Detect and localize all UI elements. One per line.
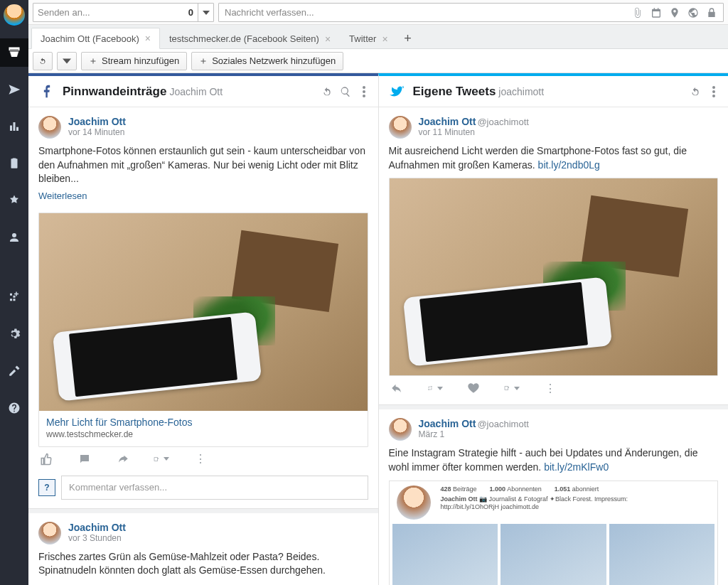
board-tabs: Joachim Ott (Facebook)× testschmecker.de…: [28, 25, 728, 49]
like-icon[interactable]: [38, 451, 54, 467]
add-stream-button[interactable]: Stream hinzufügen: [81, 52, 187, 70]
contacts-icon[interactable]: [0, 223, 28, 252]
lock-icon[interactable]: [706, 7, 717, 18]
help-icon[interactable]: [0, 394, 28, 422]
tweet-time: März 1: [419, 429, 529, 439]
read-more-link[interactable]: Weiterlesen: [38, 190, 87, 201]
comment-icon[interactable]: [77, 451, 92, 467]
stream-body-facebook: Joachim Ott vor 14 Minuten Smartphone-Fo…: [28, 107, 378, 585]
author-name[interactable]: Joachim Ott: [68, 116, 126, 127]
author-handle[interactable]: @joachimott: [477, 419, 528, 429]
tweet-image[interactable]: [389, 178, 719, 376]
tweet-link[interactable]: bit.ly/2ndb0Lg: [538, 159, 600, 171]
post-more-icon[interactable]: ⋮: [192, 451, 208, 467]
add-tab-button[interactable]: +: [397, 28, 419, 49]
compose-message-input[interactable]: Nachricht verfassen...: [218, 3, 724, 22]
preview-title: Mehr Licht für Smartphone-Fotos: [39, 411, 368, 429]
stream-twitter: Eigene Tweetsjoachimott Joachim Ott@joac…: [378, 73, 729, 585]
send-to-count: 0: [188, 7, 193, 18]
svg-rect-7: [505, 387, 508, 390]
like-icon[interactable]: [466, 380, 481, 396]
stream-title: PinnwandeinträgeJoachim Ott: [63, 85, 223, 99]
privacy-icon[interactable]: [687, 7, 699, 18]
add-network-button[interactable]: Soziales Netzwerk hinzufügen: [191, 52, 343, 70]
schedule-icon[interactable]: [651, 7, 662, 18]
send-to-picker[interactable]: Senden an... 0: [33, 3, 214, 22]
stream-facebook: PinnwandeinträgeJoachim Ott Joachim Ott: [28, 73, 378, 585]
svg-point-1: [363, 90, 365, 93]
comment-input[interactable]: [61, 476, 368, 500]
facebook-icon: [38, 83, 55, 100]
tweet-time: vor 11 Minuten: [419, 127, 529, 137]
share-icon[interactable]: [115, 451, 131, 467]
board-menu-button[interactable]: [57, 52, 77, 70]
ig-thumb: [392, 524, 498, 585]
assignments-icon[interactable]: [0, 149, 28, 178]
tab-facebook-page[interactable]: testschmecker.de (Facebook Seiten)×: [160, 28, 340, 49]
author-avatar[interactable]: [389, 418, 412, 441]
author-avatar[interactable]: [389, 116, 412, 139]
streams-tab-icon[interactable]: [0, 38, 28, 67]
send-to-icon[interactable]: [154, 451, 169, 467]
search-icon[interactable]: [340, 86, 351, 97]
author-name[interactable]: Joachim Ott: [68, 522, 126, 533]
author-name[interactable]: Joachim Ott: [419, 418, 476, 429]
tweet-actions: ⋮: [389, 376, 719, 399]
attach-icon[interactable]: [632, 7, 643, 18]
location-icon[interactable]: [669, 7, 680, 18]
compose-placeholder: Nachricht verfassen...: [225, 7, 632, 18]
settings-icon[interactable]: [0, 320, 28, 348]
author-avatar[interactable]: [38, 522, 61, 544]
board-toolbar: Stream hinzufügen Soziales Netzwerk hinz…: [28, 49, 728, 73]
refresh-button[interactable]: [33, 52, 53, 70]
tweet: Joachim Ott@joachimott März 1 Eine Insta…: [379, 409, 729, 585]
comment-composer: ?: [28, 476, 378, 508]
retweet-icon[interactable]: [427, 380, 443, 396]
reply-icon[interactable]: [389, 380, 405, 396]
instagram-preview[interactable]: 428 Beiträge 1.000 Abonnenten 1.051 abon…: [389, 481, 719, 585]
publisher-icon[interactable]: [0, 75, 28, 104]
tweet-link[interactable]: bit.ly/2mKlFw0: [544, 461, 609, 473]
refresh-icon[interactable]: [690, 86, 701, 97]
streams-container: PinnwandeinträgeJoachim Ott Joachim Ott: [28, 73, 728, 585]
commenter-avatar: ?: [38, 479, 55, 496]
send-to-icon[interactable]: [504, 380, 520, 396]
link-preview-card[interactable]: Mehr Licht für Smartphone-Fotos www.test…: [38, 213, 368, 447]
refresh-icon[interactable]: [321, 86, 333, 97]
preview-domain: www.testschmecker.de: [39, 429, 368, 446]
svg-point-0: [363, 86, 365, 89]
stream-title: Eigene Tweetsjoachimott: [413, 85, 545, 99]
post-actions: ⋮: [38, 447, 368, 470]
svg-point-6: [712, 95, 715, 97]
tab-facebook-profile[interactable]: Joachim Ott (Facebook)×: [31, 28, 160, 49]
analytics-icon[interactable]: [0, 112, 28, 141]
send-to-placeholder: Senden an...: [38, 7, 188, 18]
svg-rect-3: [154, 457, 158, 461]
close-icon[interactable]: ×: [145, 33, 151, 44]
ig-avatar: [397, 485, 431, 520]
stream-header-facebook: PinnwandeinträgeJoachim Ott: [28, 76, 378, 107]
post-text: Frisches zartes Grün als Gemüse-Mahlzeit…: [38, 550, 368, 578]
close-icon[interactable]: ×: [325, 33, 331, 45]
more-icon[interactable]: [708, 86, 719, 97]
more-icon[interactable]: [358, 86, 370, 97]
tweet-text: Eine Instagram Strategie hilft - auch be…: [389, 446, 719, 474]
ig-thumb: [500, 524, 606, 585]
post-time: vor 3 Stunden: [68, 533, 126, 543]
nav-rail: [0, 0, 28, 585]
svg-point-2: [363, 95, 365, 97]
chevron-down-icon[interactable]: [198, 4, 213, 21]
tweet-text: Mit ausreichend Licht werden die Smartph…: [389, 144, 719, 172]
post-text: Smartphone-Fotos können erstaunlich gut …: [38, 144, 368, 186]
main-area: Senden an... 0 Nachricht verfassen... Jo…: [28, 0, 728, 585]
author-avatar[interactable]: [38, 116, 61, 139]
profile-avatar[interactable]: [4, 4, 25, 26]
tools-icon[interactable]: [0, 357, 28, 385]
apps-icon[interactable]: [0, 283, 28, 311]
contests-icon[interactable]: [0, 186, 28, 215]
tweet-more-icon[interactable]: ⋮: [542, 380, 558, 396]
author-handle[interactable]: @joachimott: [477, 117, 528, 127]
tab-twitter[interactable]: Twitter×: [340, 28, 397, 49]
close-icon[interactable]: ×: [382, 33, 387, 45]
author-name[interactable]: Joachim Ott: [419, 116, 476, 127]
